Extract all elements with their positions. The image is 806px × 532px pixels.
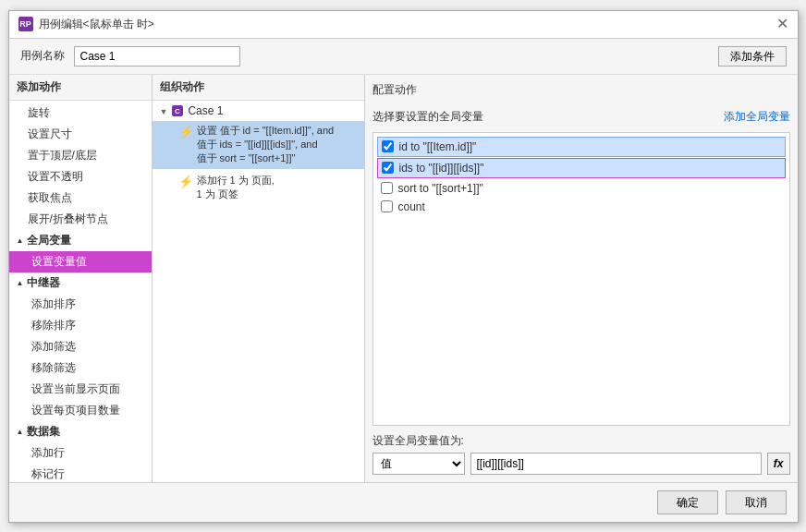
value-type-select[interactable]: 值 — [372, 453, 465, 475]
svg-text:C: C — [176, 107, 181, 115]
variables-list: id to "[[Item.id]]" ids to "[[id]][[ids]… — [372, 132, 790, 426]
bottom-section: 设置全局变量值为: 值 fx — [372, 433, 790, 475]
action-remove-filter[interactable]: 移除筛选 — [9, 357, 152, 379]
action-icon-1: ⚡ — [178, 125, 193, 139]
case-node-label: C Case 1 — [171, 104, 223, 117]
variable-select-header: 选择要设置的全局变量 添加全局变量 — [372, 109, 790, 125]
app-icon: RP — [18, 17, 33, 31]
left-panel-content: 旋转 设置尺寸 置于顶层/底层 设置不透明 获取焦点 展开/折叠树节点 ▲ 全局… — [9, 101, 152, 482]
group-dataset[interactable]: ▲ 数据集 — [9, 421, 152, 442]
repeater-triangle: ▲ — [17, 279, 24, 287]
right-panel: 配置动作 选择要设置的全局变量 添加全局变量 id to "[[Item.id]… — [365, 75, 798, 482]
action-add-row[interactable]: 添加行 — [9, 442, 152, 464]
action-set-per-page[interactable]: 设置每页项目数量 — [9, 400, 152, 421]
var-checkbox-id[interactable] — [382, 140, 394, 152]
case-bar: 用例名称 添加条件 — [9, 39, 798, 75]
group-repeater-label: 中继器 — [27, 275, 60, 291]
action-text-1: 设置 值于 id = "[[Item.id]]", and值于 ids = "[… — [197, 124, 335, 166]
action-set-size[interactable]: 设置尺寸 — [9, 124, 152, 145]
case-node: ▼ C Case 1 — [153, 101, 364, 121]
group-global-var[interactable]: ▲ 全局变量 — [9, 230, 152, 251]
var-label-sort: sort to "[[sort+1]]" — [398, 182, 483, 195]
middle-panel: 组织动作 ▼ C Case 1 ⚡ 设置 值于 id = "[[Item.i — [153, 75, 365, 482]
action-opacity[interactable]: 设置不透明 — [9, 166, 152, 187]
fx-button[interactable]: fx — [767, 453, 790, 475]
left-panel: 添加动作 旋转 设置尺寸 置于顶层/底层 设置不透明 获取焦点 展开/折叠树节点… — [9, 75, 153, 482]
footer: 确定 取消 — [9, 482, 798, 522]
select-var-label: 选择要设置的全局变量 — [372, 109, 483, 125]
main-area: 添加动作 旋转 设置尺寸 置于顶层/底层 设置不透明 获取焦点 展开/折叠树节点… — [9, 75, 798, 482]
var-item-count: count — [377, 198, 786, 216]
action-add-filter[interactable]: 添加筛选 — [9, 336, 152, 357]
set-value-label: 设置全局变量值为: — [372, 433, 790, 449]
action-set-page[interactable]: 设置当前显示页面 — [9, 379, 152, 400]
action-mark-row[interactable]: 标记行 — [9, 464, 152, 482]
value-input[interactable] — [470, 453, 762, 475]
var-label-ids: ids to "[[id]][[ids]]" — [399, 162, 484, 175]
var-label-id: id to "[[Item.id]]" — [399, 140, 477, 153]
case-name-label: 用例名称 — [20, 48, 65, 64]
case-name-input[interactable] — [74, 46, 240, 66]
title-text: 用例编辑<鼠标单击 时> — [39, 17, 154, 32]
group-triangle: ▲ — [17, 236, 24, 245]
var-checkbox-ids[interactable] — [382, 162, 394, 174]
middle-panel-content: ▼ C Case 1 ⚡ 设置 值于 id = "[[Item.id]]", a… — [153, 101, 364, 482]
title-bar: RP 用例编辑<鼠标单击 时> ✕ — [9, 11, 798, 39]
action-item-1[interactable]: ⚡ 设置 值于 id = "[[Item.id]]", and值于 ids = … — [153, 121, 364, 169]
bottom-row: 值 fx — [372, 453, 790, 475]
main-dialog: RP 用例编辑<鼠标单击 时> ✕ 用例名称 添加条件 添加动作 旋转 设置尺寸… — [8, 10, 799, 523]
var-item-sort: sort to "[[sort+1]]" — [377, 179, 786, 198]
action-rotate[interactable]: 旋转 — [9, 103, 152, 124]
var-checkbox-count[interactable] — [381, 200, 393, 212]
group-dataset-label: 数据集 — [27, 424, 60, 440]
case-label: Case 1 — [188, 104, 223, 117]
action-remove-sort[interactable]: 移除排序 — [9, 315, 152, 336]
configure-action-label: 配置动作 — [372, 82, 417, 98]
action-top-bottom[interactable]: 置于顶层/底层 — [9, 145, 152, 166]
confirm-button[interactable]: 确定 — [657, 490, 718, 514]
dataset-triangle: ▲ — [17, 428, 24, 436]
cancel-button[interactable]: 取消 — [726, 490, 787, 514]
add-condition-button[interactable]: 添加条件 — [718, 46, 787, 66]
action-expand-collapse[interactable]: 展开/折叠树节点 — [9, 209, 152, 230]
case-triangle: ▼ — [160, 107, 168, 116]
var-item-id: id to "[[Item.id]]" — [377, 137, 786, 157]
case-icon: C — [171, 104, 184, 117]
action-focus[interactable]: 获取焦点 — [9, 187, 152, 209]
close-button[interactable]: ✕ — [776, 17, 788, 31]
left-panel-header: 添加动作 — [9, 75, 152, 101]
right-panel-header: 配置动作 — [372, 82, 790, 98]
action-icon-2: ⚡ — [178, 175, 193, 188]
var-label-count: count — [398, 200, 425, 213]
add-global-var-link[interactable]: 添加全局变量 — [724, 109, 790, 125]
var-checkbox-sort[interactable] — [381, 182, 393, 194]
title-bar-left: RP 用例编辑<鼠标单击 时> — [18, 17, 154, 32]
middle-panel-header: 组织动作 — [153, 75, 364, 101]
group-global-var-label: 全局变量 — [27, 233, 71, 248]
action-set-var[interactable]: 设置变量值 — [9, 251, 152, 272]
action-text-2: 添加行 1 为 页面,1 为 页签 — [197, 174, 275, 202]
var-item-ids: ids to "[[id]][[ids]]" — [377, 158, 786, 178]
action-add-sort[interactable]: 添加排序 — [9, 294, 152, 315]
action-item-2[interactable]: ⚡ 添加行 1 为 页面,1 为 页签 — [153, 171, 364, 205]
group-repeater[interactable]: ▲ 中继器 — [9, 272, 152, 294]
